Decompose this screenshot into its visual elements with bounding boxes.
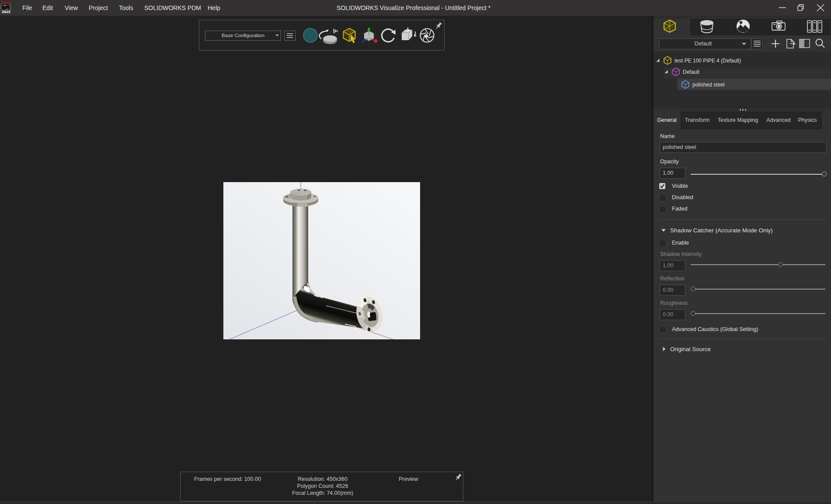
svg-text:2022: 2022 <box>2 10 10 14</box>
